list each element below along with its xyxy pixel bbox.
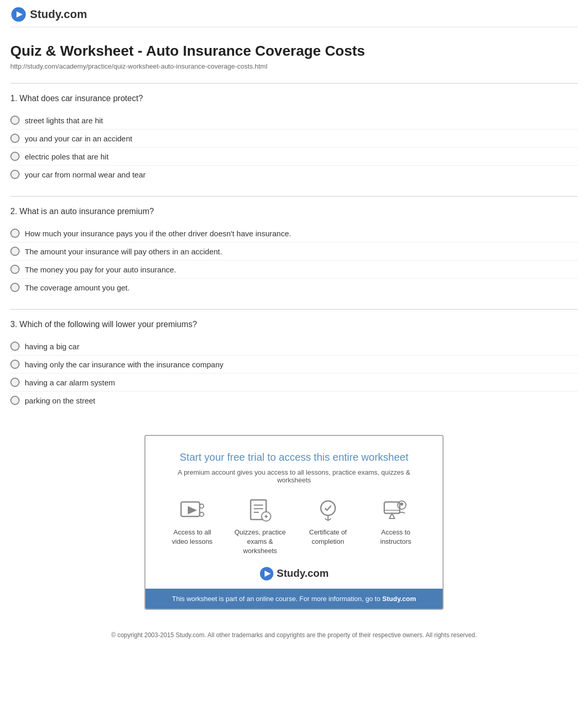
cta-studycom-logo-icon [259, 566, 274, 581]
question-3-answer-3[interactable]: having a car alarm system [10, 373, 578, 391]
cta-subtitle: A premium account gives you access to al… [161, 468, 427, 484]
answer-text: The coverage amount you get. [25, 283, 129, 292]
question-3-answer-1[interactable]: having a big car [10, 337, 578, 355]
question-1-text: 1. What does car insurance protect? [10, 94, 578, 103]
answer-text: electric poles that are hit [25, 152, 109, 161]
question-1-answer-1[interactable]: street lights that are hit [10, 111, 578, 129]
radio-button[interactable] [10, 116, 20, 125]
page-title-section: Quiz & Worksheet - Auto Insurance Covera… [10, 27, 578, 75]
question-1-answers: street lights that are hityou and your c… [10, 111, 578, 183]
question-3-text: 3. Which of the following will lower you… [10, 320, 578, 329]
radio-button[interactable] [10, 265, 20, 274]
question-2: 2. What is an auto insurance premium?How… [10, 196, 578, 301]
answer-text: street lights that are hit [25, 116, 103, 125]
answer-text: having a car alarm system [25, 378, 115, 387]
question-2-text: 2. What is an auto insurance premium? [10, 207, 578, 216]
cta-title: Start your free trial to access this ent… [161, 451, 427, 463]
logo-text: Study.com [30, 8, 87, 21]
cta-box: Start your free trial to access this ent… [144, 435, 444, 610]
svg-point-22 [400, 503, 403, 506]
radio-button[interactable] [10, 378, 20, 387]
radio-button[interactable] [10, 342, 20, 351]
cta-feature-certificate-label: Certificate ofcompletion [309, 528, 347, 546]
answer-text: parking on the street [25, 396, 95, 405]
cta-footer-link[interactable]: Study.com [382, 595, 416, 603]
question-2-answer-2[interactable]: The amount your insurance will pay other… [10, 242, 578, 260]
radio-button[interactable] [10, 360, 20, 369]
copyright: © copyright 2003-2015 Study.com. All oth… [10, 620, 578, 656]
cta-logo: Study.com [161, 566, 427, 581]
question-1: 1. What does car insurance protect?stree… [10, 83, 578, 188]
cta-feature-instructor-label: Access toinstructors [380, 528, 411, 546]
answer-text: having only the car insurance with the i… [25, 360, 223, 369]
cta-feature-video: Access to allvideo lessons [163, 497, 222, 546]
studycom-logo-icon [10, 6, 27, 23]
cta-features: Access to allvideo lessons Quizzes, prac… [161, 497, 427, 556]
instructor-icon [382, 497, 409, 524]
question-3: 3. Which of the following will lower you… [10, 309, 578, 414]
page-title: Quiz & Worksheet - Auto Insurance Covera… [10, 43, 578, 59]
radio-button[interactable] [10, 247, 20, 256]
answer-text: having a big car [25, 342, 79, 351]
radio-button[interactable] [10, 229, 20, 238]
question-3-answer-2[interactable]: having only the car insurance with the i… [10, 355, 578, 373]
answer-text: The money you pay for your auto insuranc… [25, 265, 176, 274]
cta-feature-certificate: Certificate ofcompletion [299, 497, 357, 546]
answer-text: How much your insurance pays you if the … [25, 229, 291, 238]
cta-feature-video-label: Access to allvideo lessons [172, 528, 213, 546]
svg-marker-3 [188, 506, 197, 514]
page-url: http://study.com/academy/practice/quiz-w… [10, 62, 578, 70]
question-2-answer-4[interactable]: The coverage amount you get. [10, 278, 578, 296]
radio-button[interactable] [10, 396, 20, 405]
cta-feature-instructor: Access toinstructors [366, 497, 425, 546]
logo[interactable]: Study.com [10, 6, 87, 23]
question-1-answer-4[interactable]: your car from normal wear and tear [10, 165, 578, 183]
questions-container: 1. What does car insurance protect?stree… [10, 83, 578, 414]
cta-footer-text: This worksheet is part of an online cour… [172, 595, 382, 603]
quiz-icon [247, 497, 273, 524]
question-2-answers: How much your insurance pays you if the … [10, 224, 578, 296]
certificate-icon [315, 497, 341, 524]
question-1-answer-2[interactable]: you and your car in an accident [10, 129, 578, 147]
question-1-answer-3[interactable]: electric poles that are hit [10, 147, 578, 165]
cta-feature-quiz-label: Quizzes, practiceexams & worksheets [231, 528, 289, 556]
question-2-answer-3[interactable]: The money you pay for your auto insuranc… [10, 260, 578, 278]
radio-button[interactable] [10, 152, 20, 161]
question-2-answer-1[interactable]: How much your insurance pays you if the … [10, 224, 578, 242]
cta-logo-text: Study.com [277, 568, 329, 579]
header: Study.com [10, 0, 578, 27]
radio-button[interactable] [10, 134, 20, 143]
question-3-answers: having a big carhaving only the car insu… [10, 337, 578, 409]
cta-feature-quiz: Quizzes, practiceexams & worksheets [231, 497, 289, 556]
answer-text: you and your car in an accident [25, 134, 132, 143]
answer-text: your car from normal wear and tear [25, 170, 145, 179]
question-3-answer-4[interactable]: parking on the street [10, 391, 578, 409]
cta-footer-bar: This worksheet is part of an online cour… [145, 589, 443, 609]
svg-marker-20 [389, 513, 395, 518]
video-icon [179, 497, 206, 524]
radio-button[interactable] [10, 283, 20, 292]
radio-button[interactable] [10, 170, 20, 179]
answer-text: The amount your insurance will pay other… [25, 247, 222, 256]
